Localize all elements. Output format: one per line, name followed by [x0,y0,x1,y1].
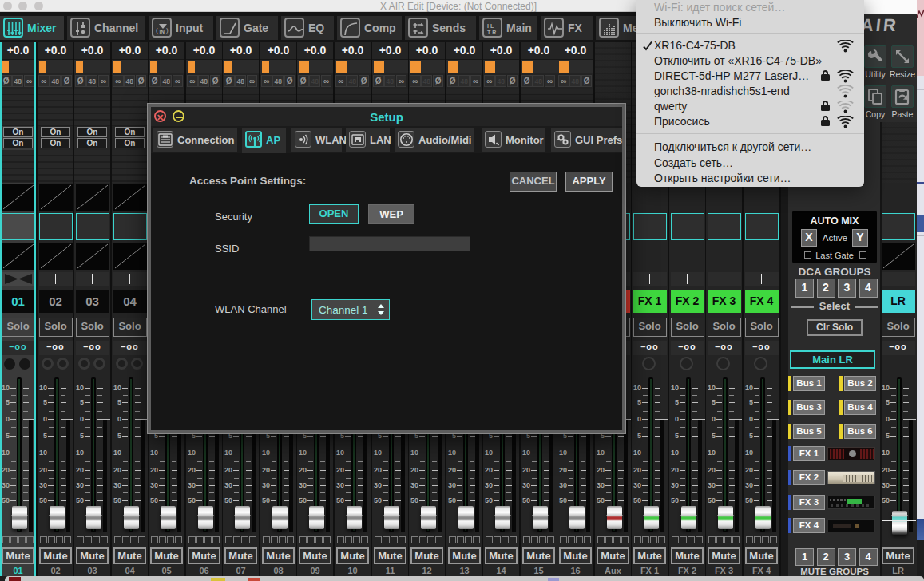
svg-text:): ) [166,26,169,34]
svg-text:(: ( [156,26,158,34]
svg-text:IN: IN [160,29,165,34]
svg-text:I L: I L [487,23,494,29]
svg-text:T R: T R [487,30,496,35]
